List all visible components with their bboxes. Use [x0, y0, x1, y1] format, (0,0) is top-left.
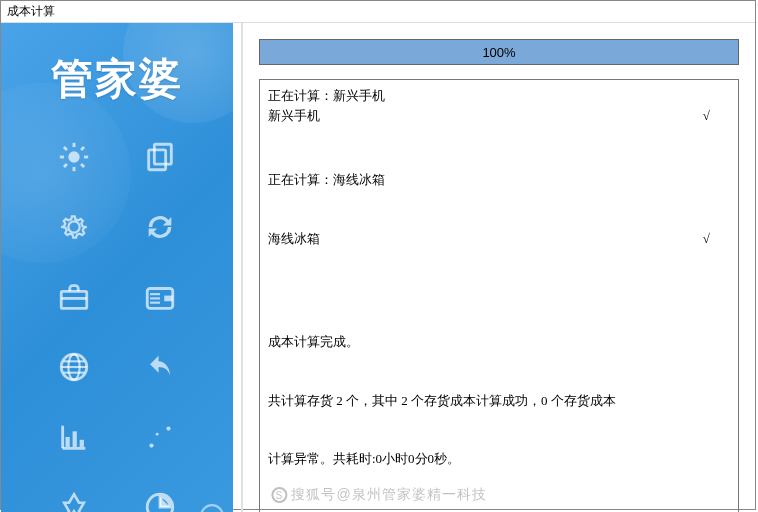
checkmark-icon: √	[703, 229, 730, 249]
bar-chart-icon	[31, 407, 117, 467]
main-panel: 100% 正在计算：新兴手机 新兴手机√ 正在计算：海线冰箱 海线冰箱√ 成本计…	[241, 23, 755, 512]
window-title: 成本计算	[1, 1, 755, 23]
log-line: 计算异常。共耗时:0小时0分0秒。	[268, 449, 730, 469]
brand-logo: 管家婆	[1, 23, 233, 117]
sparkle-icon	[117, 407, 203, 467]
svg-rect-10	[149, 150, 166, 170]
svg-point-30	[156, 433, 159, 436]
log-line: 正在计算：海线冰箱	[268, 170, 385, 190]
svg-line-8	[81, 147, 84, 150]
svg-rect-9	[154, 144, 171, 164]
sun-icon	[31, 127, 117, 187]
svg-rect-11	[61, 291, 87, 308]
log-line: 共计算存货 2 个，其中 2 个存货成本计算成功，0 个存货成本	[268, 391, 730, 411]
checkmark-icon: √	[703, 106, 730, 126]
svg-point-29	[166, 426, 170, 430]
undo-icon	[117, 337, 203, 397]
svg-rect-14	[164, 296, 173, 302]
svg-point-31	[201, 505, 223, 512]
log-line: 成本计算完成。	[268, 332, 730, 352]
globe-icon	[31, 337, 117, 397]
svg-point-28	[149, 443, 153, 447]
svg-rect-26	[73, 431, 77, 447]
svg-line-6	[81, 164, 84, 167]
svg-line-7	[64, 164, 67, 167]
cost-calculation-dialog: 成本计算 管家婆	[0, 0, 756, 510]
svg-line-5	[64, 147, 67, 150]
svg-point-0	[68, 151, 79, 162]
log-line: 新兴手机	[268, 106, 320, 126]
pie-chart-icon	[117, 477, 203, 512]
refresh-icon	[117, 197, 203, 257]
sidebar-icon-grid	[1, 117, 233, 512]
log-line: 正在计算：新兴手机	[268, 86, 385, 106]
copy-icon	[117, 127, 203, 187]
progress-bar: 100%	[259, 39, 739, 65]
content-area: 管家婆	[1, 23, 755, 512]
svg-rect-25	[66, 437, 70, 447]
log-line: 海线冰箱	[268, 229, 320, 249]
briefcase-icon	[31, 267, 117, 327]
minus-circle-icon	[199, 503, 225, 512]
gear-icon	[31, 197, 117, 257]
svg-rect-27	[80, 440, 84, 447]
wallet-icon	[117, 267, 203, 327]
log-output: 正在计算：新兴手机 新兴手机√ 正在计算：海线冰箱 海线冰箱√ 成本计算完成。 …	[259, 79, 739, 512]
star-of-david-icon	[31, 477, 117, 512]
progress-percent: 100%	[482, 45, 515, 60]
sidebar: 管家婆	[1, 23, 233, 512]
